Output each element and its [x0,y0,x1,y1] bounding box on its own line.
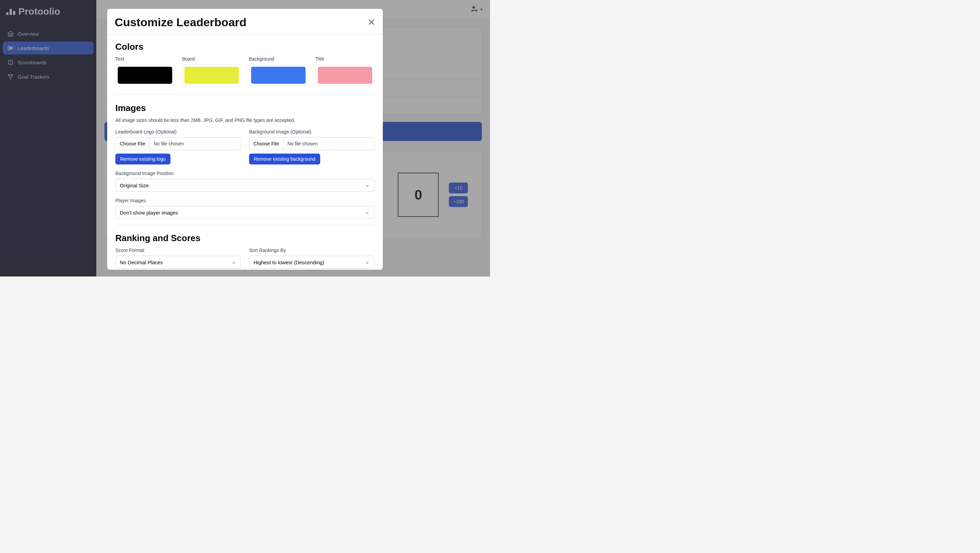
section-ranking-title: Ranking and Scores [115,233,375,244]
player-images-select[interactable]: Don't show player images [115,206,375,219]
sort-rankings-label: Sort Rankings By [249,247,375,253]
images-helper-text: All image sizes should be less than 2MB.… [115,118,375,123]
section-images-title: Images [115,103,375,113]
player-images-label: Player Images [115,198,375,203]
board-color-picker[interactable] [182,64,241,86]
file-status-text: No file chosen [150,137,188,150]
file-status-text: No file chosen [283,137,322,150]
choose-file-button[interactable]: Choose File [250,137,283,150]
modal-overlay[interactable]: Customize Leaderboard ✕ Colors Text Boar… [0,0,490,276]
text-color-swatch [118,67,172,84]
close-icon: ✕ [368,17,375,27]
modal-title: Customize Leaderboard [115,16,247,29]
logo-upload-label: Leaderboard Logo (Optional) [115,129,241,134]
text-color-label: Text [115,56,175,62]
board-color-label: Board [182,56,241,62]
background-color-picker[interactable] [249,64,308,86]
score-format-select[interactable]: No Decimal Places [115,256,241,269]
modal-header: Customize Leaderboard ✕ [107,9,383,35]
score-format-label: Score Format [115,247,241,253]
logo-file-input[interactable]: Choose File No file chosen [115,137,241,150]
close-button[interactable]: ✕ [368,18,375,27]
background-color-label: Background [249,56,308,62]
text-color-picker[interactable] [115,64,175,86]
remove-bg-button[interactable]: Remove existing background [249,154,320,164]
choose-file-button[interactable]: Choose File [116,137,150,150]
title-color-picker[interactable] [315,64,375,86]
bg-position-select[interactable]: Original Size [115,179,375,192]
customize-leaderboard-modal: Customize Leaderboard ✕ Colors Text Boar… [107,9,383,270]
title-color-label: Title [315,56,375,62]
colors-row: Text Board Background [115,56,375,95]
background-color-swatch [251,67,305,84]
bg-upload-label: Background Image (Optional) [249,129,375,134]
remove-logo-button[interactable]: Remove existing logo [115,154,170,164]
sort-rankings-select[interactable]: Highest to lowest (Descending) [249,256,375,269]
bg-position-label: Background Image Position [115,171,375,176]
title-color-swatch [318,67,372,84]
section-colors-title: Colors [115,41,375,52]
board-color-swatch [185,67,239,84]
bg-file-input[interactable]: Choose File No file chosen [249,137,375,150]
modal-body: Colors Text Board Background [107,35,383,270]
